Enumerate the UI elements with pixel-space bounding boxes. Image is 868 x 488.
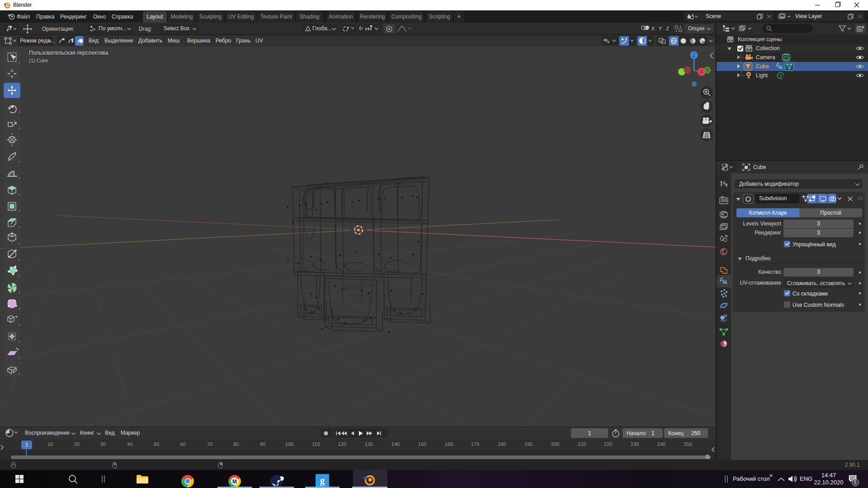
svg-text:Z: Z [693,53,695,58]
svg-text:X: X [700,69,703,75]
svg-text:M: M [232,479,237,485]
svg-text:Y: Y [706,68,709,73]
